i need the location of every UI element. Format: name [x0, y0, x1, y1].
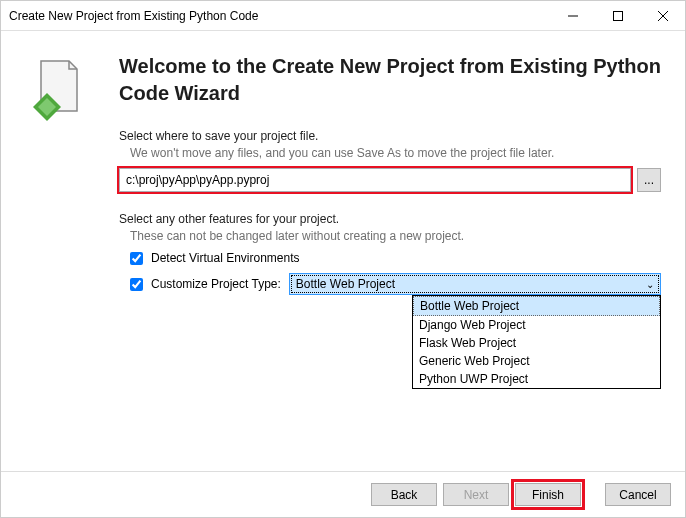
close-button[interactable] [640, 1, 685, 30]
finish-button[interactable]: Finish [515, 483, 581, 506]
window-title: Create New Project from Existing Python … [9, 9, 550, 23]
wizard-heading: Welcome to the Create New Project from E… [119, 53, 661, 107]
chevron-down-icon: ⌄ [646, 279, 654, 290]
project-type-dropdown: Bottle Web Project Django Web Project Fl… [412, 295, 661, 389]
wizard-footer: Back Next Finish Cancel [1, 471, 685, 517]
window-controls [550, 1, 685, 30]
cancel-button[interactable]: Cancel [605, 483, 671, 506]
dropdown-option[interactable]: Generic Web Project [413, 352, 660, 370]
svg-rect-1 [613, 11, 622, 20]
dropdown-option[interactable]: Flask Web Project [413, 334, 660, 352]
back-button[interactable]: Back [371, 483, 437, 506]
python-project-icon [29, 59, 77, 115]
save-location-hint: We won't move any files, and you can use… [119, 146, 661, 160]
project-type-select[interactable]: Bottle Web Project ⌄ [289, 273, 661, 295]
minimize-button[interactable] [550, 1, 595, 30]
save-location-label: Select where to save your project file. [119, 129, 661, 143]
wizard-main: Welcome to the Create New Project from E… [111, 31, 685, 471]
browse-button[interactable]: ... [637, 168, 661, 192]
wizard-sidebar [1, 31, 111, 471]
detect-virtualenv-checkbox[interactable] [130, 252, 143, 265]
features-hint: These can not be changed later without c… [119, 229, 661, 243]
dropdown-option[interactable]: Django Web Project [413, 316, 660, 334]
project-type-selected: Bottle Web Project [296, 277, 395, 291]
dropdown-option[interactable]: Python UWP Project [413, 370, 660, 388]
next-button: Next [443, 483, 509, 506]
titlebar: Create New Project from Existing Python … [1, 1, 685, 31]
customize-type-label: Customize Project Type: [151, 277, 281, 291]
features-label: Select any other features for your proje… [119, 212, 661, 226]
maximize-button[interactable] [595, 1, 640, 30]
project-path-input[interactable] [119, 168, 631, 192]
detect-virtualenv-label: Detect Virtual Environments [151, 251, 300, 265]
customize-type-checkbox[interactable] [130, 278, 143, 291]
dropdown-option[interactable]: Bottle Web Project [413, 296, 660, 316]
detect-virtualenv-row[interactable]: Detect Virtual Environments [119, 251, 661, 265]
